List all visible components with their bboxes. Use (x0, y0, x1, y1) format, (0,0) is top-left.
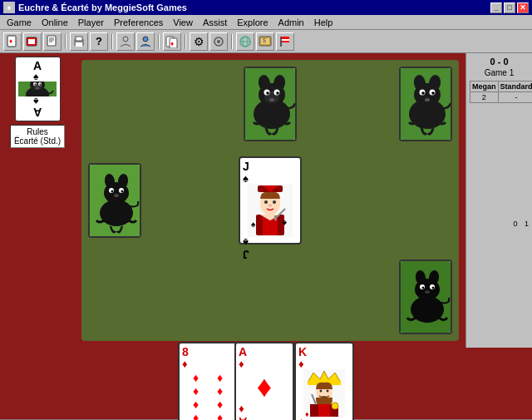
dog-image-svg (18, 82, 57, 96)
opponent-right-top-card (399, 67, 452, 141)
score-game-label: Game 1 (470, 68, 529, 77)
menu-admin[interactable]: Admin (273, 16, 309, 29)
score-col-standard: Standard (498, 82, 532, 92)
svg-rect-23 (281, 41, 289, 42)
svg-point-98 (332, 403, 338, 409)
svg-rect-7 (76, 42, 82, 47)
svg-text:$: $ (263, 37, 266, 43)
left-dog-svg (90, 165, 141, 238)
jack-rank-top: J (243, 161, 249, 173)
svg-point-74 (422, 287, 425, 289)
svg-point-75 (432, 287, 435, 289)
svg-rect-6 (76, 37, 82, 41)
jack-rank-bottom: J (243, 248, 249, 260)
svg-point-81 (264, 200, 268, 204)
svg-rect-22 (281, 39, 289, 41)
close-button[interactable]: ✕ (517, 2, 529, 13)
svg-text:♠: ♠ (251, 220, 256, 229)
menu-view[interactable]: View (168, 16, 198, 29)
svg-rect-4 (47, 36, 56, 46)
ace-of-diamonds-card[interactable]: A ♦ ♦ A ♦ (234, 342, 294, 420)
svg-point-82 (273, 200, 276, 204)
menu-player[interactable]: Player (73, 16, 109, 29)
svg-point-35 (36, 87, 39, 90)
toolbar-btn-player2[interactable] (136, 32, 155, 51)
toolbar-btn-explore[interactable]: $ (256, 32, 274, 51)
score-row1-standard: - (498, 92, 532, 103)
menu-explore[interactable]: Explore (232, 16, 273, 29)
ace-of-spades-card[interactable]: A ♠ (15, 57, 61, 121)
rules-box[interactable]: Rules Écarté (Std.) (10, 125, 65, 148)
ace-diamonds-rank-bottom: A (239, 415, 247, 420)
window-icon: ♠ (3, 2, 15, 13)
menu-assist[interactable]: Assist (198, 16, 232, 29)
svg-text:♦: ♦ (9, 37, 12, 45)
score-one: 1 (525, 220, 529, 228)
svg-text:♠: ♠ (282, 219, 287, 228)
jack-suit-top: ♠ (243, 173, 249, 184)
svg-point-9 (143, 37, 148, 42)
minimize-button[interactable]: _ (490, 2, 502, 13)
ace-diamonds-suit-bottom: ♦ (239, 404, 244, 415)
game-area: A ♠ (0, 53, 532, 348)
svg-point-56 (114, 194, 119, 197)
king-of-diamonds-card[interactable]: K ♦ (294, 342, 354, 420)
svg-rect-3 (28, 39, 35, 44)
king-face-svg: ♦ (303, 369, 345, 418)
svg-point-95 (327, 390, 329, 393)
eight-of-diamonds-card[interactable]: 8 ♦ ♦ ♦ ♦ ♦ ♦ ♦ ♦ ♦ 8 ♦ (178, 342, 238, 420)
svg-point-33 (35, 84, 37, 86)
jack-suit-bottom: ♠ (243, 237, 249, 248)
score-col-megan: Megan (470, 82, 499, 92)
score-zero: 0 (513, 220, 517, 228)
toolbar-btn-cards[interactable]: ♦ (163, 32, 181, 51)
toolbar-btn-2[interactable] (23, 32, 42, 51)
title-bar: ♠ Euchre & Écarté by MeggieSoft Games _ … (0, 0, 532, 15)
menu-preferences[interactable]: Preferences (109, 16, 168, 29)
toolbar: ♦ ? ♦ ⚙ $ (0, 30, 532, 53)
svg-rect-97 (318, 404, 330, 417)
svg-point-94 (320, 390, 323, 393)
eight-rank-top: 8 (182, 346, 189, 358)
eight-suit-top: ♦ (182, 358, 188, 369)
jack-face-svg: ♠ ♠ (248, 184, 293, 237)
toolbar-btn-flag[interactable] (276, 32, 294, 51)
card-image (18, 82, 57, 96)
rules-label: Rules (14, 127, 61, 136)
card-suit-bottom: ♠ (33, 96, 38, 106)
opponent-left-card (88, 163, 141, 238)
svg-point-34 (40, 84, 42, 86)
svg-point-14 (217, 40, 220, 43)
card-rank-top: A (33, 60, 42, 72)
svg-point-83 (268, 205, 272, 207)
svg-point-76 (425, 290, 430, 294)
menu-online[interactable]: Online (37, 16, 73, 29)
window-title: Euchre & Écarté by MeggieSoft Games (18, 2, 187, 12)
opponent-right-bottom-card (399, 259, 452, 334)
toolbar-btn-player1[interactable] (116, 32, 135, 51)
card-suit-top: ♠ (33, 72, 38, 82)
score-header: 0 - 0 (470, 57, 529, 67)
menu-game[interactable]: Game (2, 16, 37, 29)
svg-rect-87 (274, 215, 277, 220)
svg-point-66 (425, 98, 430, 101)
king-suit-top: ♦ (298, 358, 304, 369)
toolbar-btn-net[interactable] (236, 32, 254, 51)
svg-point-54 (111, 190, 114, 193)
menu-bar: Game Online Player Preferences View Assi… (0, 15, 532, 30)
svg-point-44 (266, 91, 269, 95)
toolbar-btn-1[interactable]: ♦ (3, 32, 22, 51)
variant-label: Écarté (Std.) (14, 136, 61, 146)
toolbar-btn-settings2[interactable] (209, 32, 228, 51)
toolbar-btn-help[interactable]: ? (90, 32, 108, 51)
toolbar-btn-settings1[interactable]: ⚙ (190, 32, 208, 51)
svg-point-64 (421, 91, 425, 95)
left-panel: A ♠ (0, 53, 75, 348)
maximize-button[interactable]: □ (504, 2, 515, 13)
menu-help[interactable]: Help (309, 16, 338, 29)
ace-diamonds-rank-top: A (239, 346, 247, 358)
toolbar-btn-3[interactable] (43, 32, 62, 51)
toolbar-btn-print[interactable] (70, 32, 88, 51)
svg-point-45 (276, 91, 279, 95)
score-panel: 0 - 0 Game 1 Megan Standard 2 - 0 1 (466, 53, 532, 348)
